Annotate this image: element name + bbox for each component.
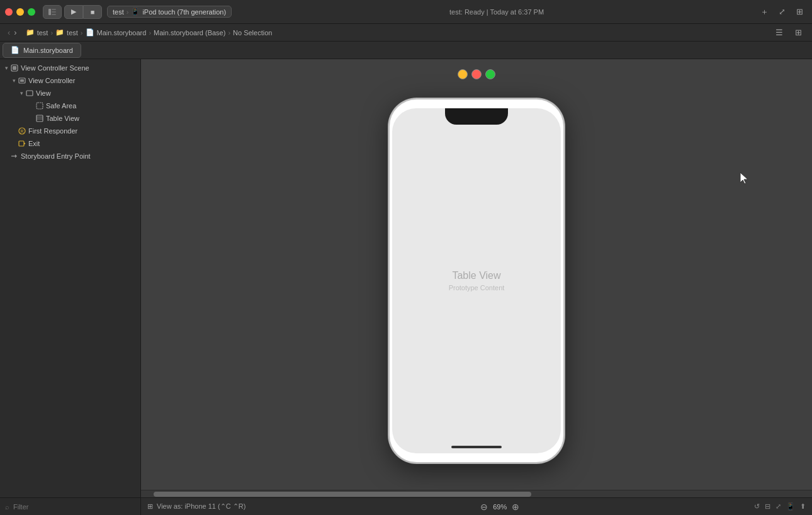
breadcrumb-test-1[interactable]: 📁 test [26,28,48,37]
svg-rect-0 [48,9,51,15]
canvas-prototype-label: Prototype Content [449,284,505,291]
fullscreen-button[interactable] [28,8,35,16]
filter-icon: ⌕ [5,503,9,511]
sidebar-item-exit[interactable]: Exit [0,137,140,150]
safe-area-icon [35,101,44,110]
device-name-label: iPod touch (7th generation) [142,8,226,16]
zoom-in-button[interactable]: ⊕ [512,502,519,512]
breadcrumb-sep-3: › [149,29,151,37]
close-button[interactable] [5,8,13,16]
phone-dot-red [471,69,482,79]
sidebar: ▾ View Controller Scene ▾ View Controlle… [0,59,141,515]
disclosure-vc[interactable]: ▾ [10,77,18,84]
scene-icon [10,64,19,72]
disclosure-entry-point [3,152,10,160]
view-options-button[interactable]: ⊞ [791,26,806,40]
sidebar-item-view-controller[interactable]: ▾ View Controller [0,74,140,87]
view-controller-icon [18,76,26,85]
panel-toggle-icon[interactable]: ⊞ [147,502,153,511]
layout-button[interactable]: ⤢ [774,5,789,19]
sidebar-item-scene[interactable]: ▾ View Controller Scene [0,62,140,74]
fit-icon[interactable]: ⤢ [775,502,781,511]
sidebar-item-table-view[interactable]: Table View [0,112,140,125]
bottom-bar-right: ↺ ⊟ ⤢ 📱 ⬆ [754,502,806,511]
nav-forward-button[interactable]: › [13,28,18,37]
stop-button[interactable]: ■ [83,5,102,19]
main-content: ▾ View Controller Scene ▾ View Controlle… [0,59,812,515]
device-icon-bottom[interactable]: 📱 [786,502,795,511]
iphone-notch [445,108,508,125]
breadcrumb-sep-2: › [81,29,83,37]
run-button[interactable]: ▶ [64,5,83,19]
canvas-area: Table View Prototype Content ⊞ View a [141,59,812,515]
add-button[interactable]: ＋ [757,5,772,19]
folder-icon: 📁 [26,28,35,37]
view-as-label: View as: iPhone 11 (⌃C ⌃R) [157,502,245,511]
inspector-button[interactable]: ⊞ [792,5,807,19]
svg-rect-1 [52,9,56,10]
sidebar-entry-point-label: Storyboard Entry Point [21,152,91,160]
svg-rect-7 [20,79,24,82]
sidebar-filter-bar: ⌕ [0,497,140,515]
refresh-icon[interactable]: ↺ [754,502,760,511]
canvas-main[interactable]: Table View Prototype Content [141,59,812,490]
breadcrumb-test-2[interactable]: 📁 test [55,28,78,37]
scrollbar-thumb[interactable] [154,492,531,497]
sidebar-first-responder-label: First Responder [28,127,77,135]
disclosure-table-view [28,115,35,122]
disclosure-view[interactable]: ▾ [18,89,25,97]
sidebar-view-label: View [36,89,51,97]
device-selector[interactable]: test › 📱 iPod touch (7th generation) [107,6,232,18]
toolbar-right: ＋ ⤢ ⊞ [757,5,807,19]
canvas-table-view-label: Table View [452,270,500,281]
traffic-lights [5,8,35,16]
share-icon[interactable]: ⬆ [800,502,806,511]
bottom-bar-left: ⊞ View as: iPhone 11 (⌃C ⌃R) [147,502,245,511]
editor-options-button[interactable]: ☰ [772,26,787,40]
breadcrumb-storyboard[interactable]: 📄 Main.storyboard [86,28,147,37]
sidebar-item-safe-area[interactable]: Safe Area [0,99,140,112]
svg-rect-15 [19,141,24,146]
svg-text:R: R [20,129,23,133]
nav-back-button[interactable]: ‹ [6,28,11,37]
zoom-out-button[interactable]: ⊖ [480,502,488,512]
canvas-scrollbar[interactable] [141,490,812,497]
minimize-button[interactable] [16,8,24,16]
disclosure-scene[interactable]: ▾ [3,64,10,72]
main-storyboard-tab[interactable]: 📄 Main.storyboard [3,43,81,58]
view-icon [25,89,34,98]
sidebar-vc-label: View Controller [28,77,75,84]
iphone-mockup: Table View Prototype Content [388,98,565,463]
svg-rect-9 [37,103,43,109]
disclosure-exit [10,140,18,147]
sidebar-toggle-button[interactable] [43,5,62,19]
sidebar-exit-label: Exit [28,140,40,147]
sidebar-item-view[interactable]: ▾ View [0,87,140,99]
filter-input[interactable] [13,503,135,511]
storyboard-icon: 📄 [86,28,94,37]
phone-dot-yellow [458,69,468,79]
bottom-bar-center: ⊖ 69% ⊕ [245,502,754,512]
tab-file-icon: 📄 [11,46,20,54]
folder-icon-2: 📁 [55,28,64,37]
breadcrumb-no-selection[interactable]: No Selection [233,29,272,37]
cursor [739,171,752,188]
sidebar-safe-area-label: Safe Area [46,102,76,110]
svg-rect-5 [13,66,16,70]
breadcrumb-storyboard-base[interactable]: Main.storyboard (Base) [154,29,225,37]
svg-rect-3 [52,14,56,15]
tab-label: Main.storyboard [23,47,73,54]
home-indicator [451,446,502,448]
nav-arrows: ‹ › [6,28,18,37]
sidebar-scene-label: View Controller Scene [21,64,89,72]
disclosure-safe-area [28,102,35,110]
structure-icon[interactable]: ⊟ [765,502,770,511]
phone-dot-green [485,69,495,79]
zoom-level-label: 69% [493,503,507,511]
status-bar: test: Ready | Today at 6:37 PM [237,8,757,16]
run-controls: ▶ ■ [64,5,102,19]
sidebar-item-first-responder[interactable]: R First Responder [0,125,140,137]
tab-bar: 📄 Main.storyboard [0,42,812,59]
first-responder-icon: R [18,127,26,135]
sidebar-item-entry-point[interactable]: Storyboard Entry Point [0,150,140,162]
